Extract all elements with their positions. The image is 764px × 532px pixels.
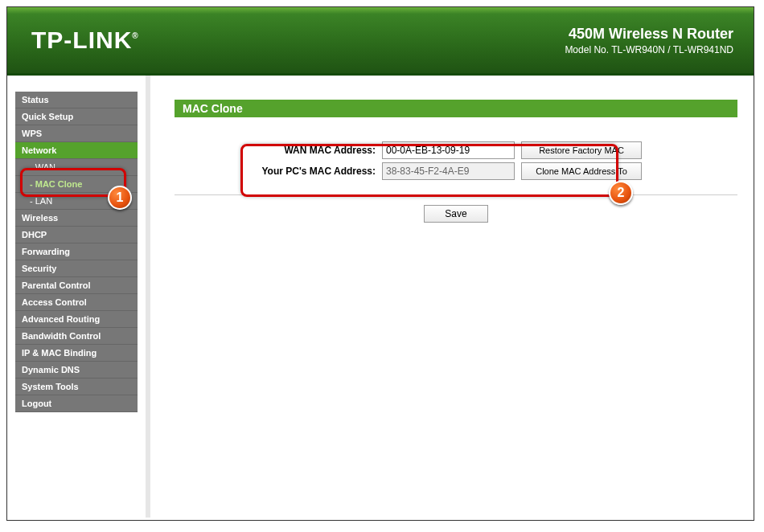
save-button[interactable]: Save	[424, 205, 488, 223]
main-panel: MAC Clone WAN MAC Address: Restore Facto…	[158, 76, 754, 518]
sidebar-item-logout[interactable]: Logout	[15, 395, 138, 412]
sidebar-item-dhcp[interactable]: DHCP	[15, 227, 138, 243]
sidebar-item-system-tools[interactable]: System Tools	[15, 379, 138, 395]
sidebar-item-forwarding[interactable]: Forwarding	[15, 243, 138, 260]
sidebar-nav: StatusQuick SetupWPSNetwork- WAN- MAC Cl…	[7, 76, 146, 518]
model-info: 450M Wireless N Router Model No. TL-WR94…	[565, 26, 733, 55]
brand-logo: TP-LINK®	[31, 27, 139, 54]
page-header: TP-LINK® 450M Wireless N Router Model No…	[7, 7, 754, 76]
sidebar-item-advanced-routing[interactable]: Advanced Routing	[15, 311, 138, 328]
wan-mac-label: WAN MAC Address:	[231, 145, 376, 156]
sidebar-item-ip-mac-binding[interactable]: IP & MAC Binding	[15, 345, 138, 362]
separator	[175, 194, 737, 195]
sidebar-item-network[interactable]: Network	[15, 142, 138, 159]
sidebar-item-dynamic-dns[interactable]: Dynamic DNS	[15, 362, 138, 379]
pc-mac-input[interactable]	[382, 162, 515, 180]
sidebar-item-quick-setup[interactable]: Quick Setup	[15, 108, 138, 125]
sidebar-item-access-control[interactable]: Access Control	[15, 294, 138, 311]
sidebar-item-parental-control[interactable]: Parental Control	[15, 277, 138, 294]
restore-factory-mac-button[interactable]: Restore Factory MAC	[521, 141, 642, 159]
sidebar-sub--wan[interactable]: - WAN	[15, 159, 138, 176]
page-title: MAC Clone	[175, 100, 737, 117]
sidebar-item-wps[interactable]: WPS	[15, 125, 138, 142]
sidebar-item-wireless[interactable]: Wireless	[15, 210, 138, 227]
product-line: 450M Wireless N Router	[565, 26, 733, 43]
annotation-badge-2: 2	[609, 181, 633, 205]
pc-mac-label: Your PC's MAC Address:	[231, 166, 376, 177]
sidebar-item-status[interactable]: Status	[15, 92, 138, 108]
model-number: Model No. TL-WR940N / TL-WR941ND	[565, 44, 733, 55]
wan-mac-input[interactable]	[382, 141, 515, 159]
annotation-badge-1: 1	[108, 186, 132, 210]
clone-mac-button[interactable]: Clone MAC Address To	[521, 162, 642, 180]
sidebar-item-bandwidth-control[interactable]: Bandwidth Control	[15, 328, 138, 345]
divider	[146, 76, 150, 518]
sidebar-item-security[interactable]: Security	[15, 260, 138, 277]
